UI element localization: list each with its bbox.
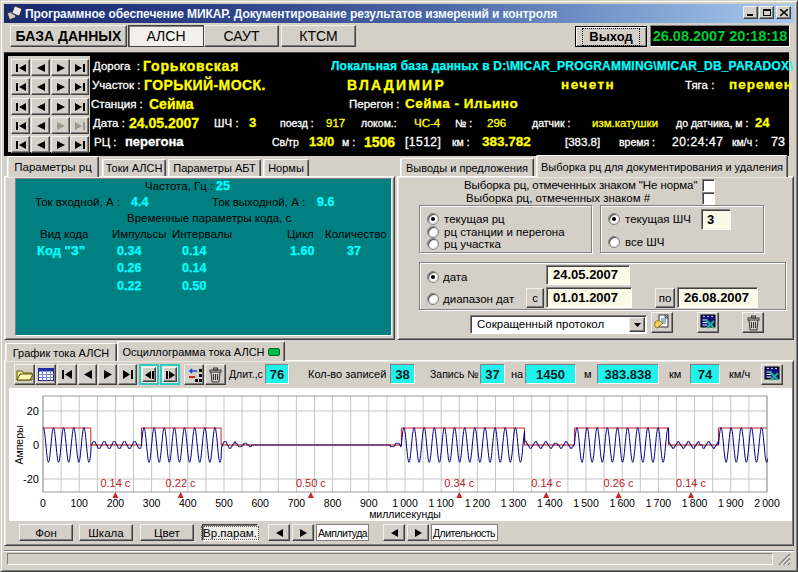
svg-text:0.14 с: 0.14 с — [676, 477, 706, 489]
svg-text:1 900: 1 900 — [718, 497, 744, 509]
svg-text:1 700: 1 700 — [646, 497, 672, 509]
svg-text:миллисекунды: миллисекунды — [369, 508, 441, 520]
svg-text:1 500: 1 500 — [573, 497, 599, 509]
svg-text:0.14 с: 0.14 с — [531, 477, 561, 489]
svg-text:700: 700 — [288, 497, 306, 509]
svg-text:300: 300 — [143, 497, 161, 509]
svg-text:Амперы: Амперы — [13, 425, 25, 464]
svg-text:600: 600 — [251, 497, 269, 509]
svg-text:1 200: 1 200 — [465, 497, 491, 509]
svg-text:1 400: 1 400 — [537, 497, 563, 509]
svg-text:200: 200 — [107, 497, 125, 509]
svg-text:500: 500 — [215, 497, 233, 509]
svg-text:1 300: 1 300 — [501, 497, 527, 509]
svg-text:1 800: 1 800 — [682, 497, 708, 509]
svg-text:0.22 с: 0.22 с — [166, 477, 196, 489]
svg-text:-20: -20 — [23, 473, 39, 485]
svg-text:20: 20 — [27, 405, 39, 417]
svg-text:2 000: 2 000 — [754, 497, 780, 509]
svg-text:0.14 с: 0.14 с — [100, 477, 130, 489]
svg-text:1 600: 1 600 — [609, 497, 635, 509]
svg-text:0.34 с: 0.34 с — [444, 477, 474, 489]
svg-text:0.26 с: 0.26 с — [604, 477, 634, 489]
svg-text:0: 0 — [33, 439, 39, 451]
svg-text:100: 100 — [70, 497, 88, 509]
svg-text:0.50 с: 0.50 с — [296, 477, 326, 489]
svg-text:800: 800 — [324, 497, 342, 509]
svg-text:0: 0 — [40, 497, 46, 509]
svg-text:400: 400 — [179, 497, 197, 509]
